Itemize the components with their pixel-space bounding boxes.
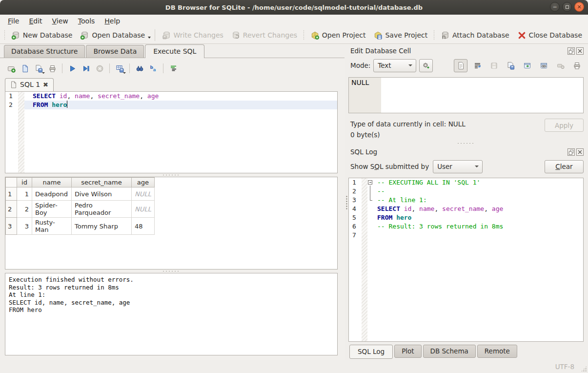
close-database-button[interactable]: Close Database (513, 29, 586, 41)
row-header[interactable]: 3 (6, 218, 17, 235)
close-dock-icon[interactable] (576, 148, 584, 156)
close-dock-icon[interactable] (576, 47, 584, 55)
apply-settings-button[interactable] (419, 59, 433, 72)
tab-remote[interactable]: Remote (477, 345, 517, 358)
sql-log-view[interactable]: 1 -- EXECUTING ALL IN 'SQL 1' 2 -- 3 -- … (348, 178, 584, 342)
menu-edit[interactable]: Edit (24, 16, 47, 26)
execute-all-button[interactable] (66, 62, 79, 75)
execute-current-line-button[interactable] (80, 62, 92, 75)
corner-header[interactable] (6, 178, 17, 187)
sql-toolbar-separator (129, 63, 130, 73)
new-database-icon (11, 31, 20, 40)
menu-help[interactable]: Help (100, 16, 125, 26)
col-header-age[interactable]: age (132, 178, 155, 187)
title-bar[interactable]: DB Browser for SQLite - /home/user/code/… (0, 0, 588, 15)
col-header-id[interactable]: id (17, 178, 32, 187)
log-code-line: -- Result: 3 rows returned in 8ms (374, 222, 583, 231)
splitter[interactable] (5, 269, 338, 273)
cell-age[interactable]: NULL (132, 187, 155, 201)
cell-secret-name[interactable]: Pedro Parqueador (72, 201, 132, 218)
log-line: 2 -- (349, 187, 583, 196)
cell-name[interactable]: Deadpond (32, 187, 72, 201)
open-database-label: Open Database (92, 31, 145, 39)
sql-log-dock-header[interactable]: SQL Log (348, 146, 584, 158)
open-database-button[interactable]: Open Database (76, 29, 149, 41)
save-sql-file-button[interactable] (32, 62, 45, 75)
menu-file[interactable]: File (3, 16, 24, 26)
code-line[interactable]: SELECT id, name, secret_name, age (24, 92, 337, 101)
save-results-dropdown-icon[interactable] (123, 72, 126, 74)
edit-cell-dock-header[interactable]: Edit Database Cell (348, 45, 584, 57)
format-sql-button[interactable]: ba (147, 62, 160, 75)
cell-age[interactable]: 48 (132, 218, 155, 235)
encoding-selector[interactable]: UTF-8 (555, 363, 574, 371)
close-tab-icon[interactable]: ✖ (43, 82, 48, 88)
cell-value-editor[interactable]: NULL (348, 77, 584, 113)
tab-plot[interactable]: Plot (394, 345, 421, 358)
tab-execute-sql[interactable]: Execute SQL (145, 44, 204, 58)
cell-name[interactable]: Spider-Boy (32, 201, 72, 218)
cell-age[interactable]: NULL (132, 201, 155, 218)
float-dock-icon[interactable] (568, 47, 575, 55)
tab-sql-log[interactable]: SQL Log (349, 345, 393, 359)
cell-value-area[interactable] (381, 78, 583, 113)
revert-changes-button: Revert Changes (227, 29, 301, 41)
auto-format-button[interactable] (167, 62, 180, 75)
new-database-button[interactable]: New Database (7, 29, 77, 41)
tab-db-schema[interactable]: DB Schema (423, 345, 476, 358)
sql-editor[interactable]: 1 SELECT id, name, secret_name, age 2 FR… (5, 91, 338, 173)
print-sql-button[interactable] (46, 62, 59, 75)
editor-line[interactable]: 1 SELECT id, name, secret_name, age (5, 92, 337, 101)
toolbar-handle[interactable] (4, 30, 5, 41)
word-wrap-button[interactable] (470, 59, 484, 72)
save-sql-dropdown-icon[interactable] (42, 72, 45, 74)
save-project-label: Save Project (385, 31, 427, 39)
open-database-dropdown-icon[interactable] (148, 37, 151, 39)
new-sql-tab-button[interactable] (5, 62, 18, 75)
toolbar-handle[interactable] (303, 30, 304, 41)
results-grid[interactable]: id name secret_name age 1 1 Deadpond Div… (5, 177, 338, 269)
code-line[interactable]: FROM hero (24, 101, 337, 109)
toolbar-handle[interactable] (433, 30, 435, 41)
row-header[interactable]: 1 (6, 187, 17, 201)
export-data-button[interactable] (504, 59, 517, 72)
maximize-button[interactable] (562, 2, 572, 12)
print-cell-button[interactable] (570, 59, 584, 72)
cell-secret-name[interactable]: Tommy Sharp (72, 218, 132, 235)
open-in-external-button[interactable] (520, 59, 534, 72)
col-header-secret-name[interactable]: secret_name (72, 178, 132, 187)
save-project-button[interactable]: Save Project (369, 29, 431, 41)
close-button[interactable]: ✕ (574, 2, 584, 12)
line-number: 4 (349, 205, 362, 213)
editor-line-current[interactable]: 2 FROM hero (5, 101, 337, 109)
menu-tools[interactable]: Tools (73, 16, 100, 26)
cell-name[interactable]: Rusty-Man (32, 218, 72, 235)
col-header-name[interactable]: name (32, 178, 72, 187)
submitted-by-select[interactable]: User (433, 160, 483, 173)
cell-id[interactable]: 2 (17, 201, 32, 218)
splitter[interactable] (5, 173, 338, 177)
find-button[interactable] (133, 62, 146, 75)
tab-database-structure[interactable]: Database Structure (4, 45, 85, 58)
fold-marker-collapse[interactable] (367, 178, 374, 187)
open-project-button[interactable]: Open Project (306, 29, 370, 41)
attach-database-button[interactable]: Attach Database (437, 29, 513, 41)
pane-splitter[interactable] (345, 44, 348, 360)
row-header[interactable]: 2 (6, 201, 17, 218)
mode-select[interactable]: Text (373, 59, 416, 72)
sql-doc-tab[interactable]: SQL 1 ✖ (5, 78, 54, 91)
tab-browse-data[interactable]: Browse Data (86, 45, 144, 58)
text-mode-button[interactable] (454, 59, 467, 72)
open-sql-file-button[interactable] (19, 62, 31, 75)
minimize-button[interactable]: − (550, 2, 560, 12)
cell-secret-name[interactable]: Dive Wilson (72, 187, 132, 201)
float-dock-icon[interactable] (568, 148, 575, 156)
splitter[interactable] (348, 140, 584, 146)
link-button[interactable] (537, 59, 550, 72)
resize-grip[interactable] (581, 366, 587, 372)
clear-log-button[interactable]: Clear (545, 160, 584, 173)
save-results-button[interactable] (113, 62, 126, 75)
cell-id[interactable]: 3 (17, 218, 32, 235)
menu-view[interactable]: View (47, 16, 73, 26)
cell-id[interactable]: 1 (17, 187, 32, 201)
